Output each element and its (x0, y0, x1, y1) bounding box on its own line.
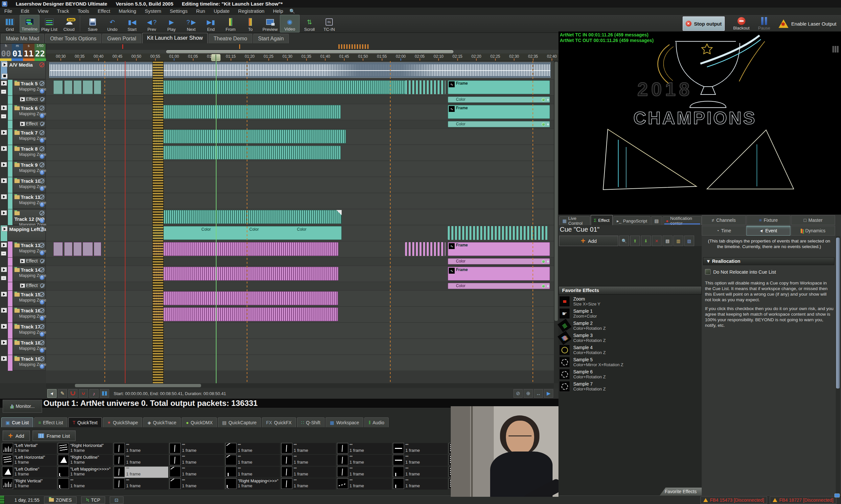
track-play-button[interactable] (1, 340, 7, 345)
pause-button[interactable]: Pause (758, 17, 770, 31)
zone-info-icon[interactable]: ! (40, 348, 44, 353)
video-button[interactable]: ◉Video (280, 15, 299, 33)
add-cue-button[interactable]: + Add (3, 431, 30, 441)
track-play-button[interactable] (1, 356, 7, 361)
striped-clip[interactable] (161, 210, 342, 224)
menu-update[interactable]: Update (209, 7, 234, 15)
bottom-tab-quicktrace[interactable]: ◈QuickTrace (143, 417, 181, 427)
favorite-effect-item[interactable]: Sample 6Color+Rotation Z (559, 368, 701, 380)
striped-clip[interactable] (153, 267, 338, 281)
track-header-box[interactable]: Track 7Mapping Zone 1! (13, 129, 46, 144)
track-disable-icon[interactable] (39, 308, 44, 313)
menu-tools[interactable]: Tools (73, 7, 93, 15)
timeline-ruler[interactable]: 00:3000:3500:4000:4500:5000:5501:0001:05… (46, 53, 559, 61)
grid-snap-button[interactable] (100, 389, 109, 398)
panel-tab-effect[interactable]: ΣEffect (591, 215, 613, 225)
frame-clip[interactable]: ∿Frame (448, 105, 550, 119)
to-button[interactable]: To (240, 15, 260, 33)
zone-info-icon[interactable]: ! (40, 154, 44, 159)
small-magnet-button[interactable] (79, 389, 88, 398)
cue-cell[interactable]: "Right Mapping<>>>"1 frame (225, 479, 280, 489)
timeline-tab-start-again[interactable]: Start Again (253, 34, 289, 43)
cue-cell[interactable]: ""1 frame (114, 479, 168, 489)
intro-clip[interactable] (83, 242, 93, 256)
cue-cell[interactable]: ""1 frame (337, 443, 392, 454)
blackout-button[interactable]: Blackout (733, 17, 750, 31)
from-button[interactable]: From (221, 15, 240, 33)
intro-clip[interactable] (54, 80, 63, 94)
track-disable-icon[interactable] (39, 195, 44, 199)
dashed-clip[interactable] (448, 226, 549, 240)
track-header-box[interactable]: Track 13Mapping Zone 2! (13, 241, 46, 257)
effect-disable-icon[interactable] (40, 97, 44, 102)
stop-output-button[interactable]: × Stop output (683, 16, 725, 31)
marker-cluster[interactable] (338, 44, 370, 49)
audio-waveform[interactable] (49, 62, 551, 78)
playhead-handle[interactable] (211, 54, 220, 61)
intro-clip[interactable] (54, 242, 63, 256)
frame-clip[interactable]: ∿Frame (448, 242, 550, 256)
select-tool-button[interactable]: ➤ (47, 389, 56, 398)
collapse-button[interactable]: – (1, 114, 6, 119)
follow-playhead-button[interactable]: ▶ (544, 389, 553, 398)
menu-track[interactable]: Track (53, 7, 73, 15)
reallocation-section-header[interactable]: ▼ Reallocation (703, 257, 835, 265)
fb4-status-2[interactable]: FB4 18727 [Disconnected] (770, 497, 836, 504)
panel-tab-live-control[interactable]: ▦Live Control (559, 216, 590, 225)
track-header-box[interactable]: Track 10Mapping Zone 1! (13, 177, 46, 193)
cue-cell[interactable]: ""1 frame (225, 455, 280, 466)
frame-clip[interactable]: ∿Frame (448, 267, 550, 281)
effect-disable-icon[interactable] (40, 122, 44, 126)
cue-cell[interactable]: ""1 frame (114, 443, 168, 454)
color-effect-clip[interactable]: Color (448, 283, 550, 289)
track-play-button[interactable] (1, 146, 7, 151)
menu-file[interactable]: File (0, 7, 16, 15)
track-disable-icon[interactable] (39, 146, 44, 151)
cue-cell[interactable]: "Right Horizontal"1 frame (58, 443, 113, 454)
track-header-box[interactable]: Track 6Mapping Zone 1! (13, 104, 46, 120)
prev-button[interactable]: ◀ ?Prev (142, 15, 161, 33)
end-button[interactable]: ▶▮End (201, 15, 221, 33)
bottom-tab-workspace[interactable]: ▦Workspace (326, 417, 363, 427)
menu-system[interactable]: System (141, 7, 166, 15)
track-play-button[interactable] (1, 130, 7, 135)
cue-cell[interactable]: ""1 frame (281, 467, 336, 478)
cue-cell[interactable]: ""1 frame (170, 479, 224, 489)
move-up-button[interactable]: ⬆ (630, 236, 640, 246)
timeline-tab-gwen-portal[interactable]: Gwen Portal (102, 34, 141, 43)
favorite-effect-item[interactable]: ZoomSize X+Size Y (559, 295, 701, 307)
tab-time[interactable]: ◔Time (702, 226, 746, 236)
effect-play-button[interactable] (20, 97, 25, 102)
folder-button[interactable]: ▥ (673, 236, 683, 246)
cue-cell[interactable]: ""1 frame (170, 467, 224, 478)
effect-keyframe-dot[interactable] (542, 285, 545, 288)
zoom-in-button[interactable]: ⊕ (524, 389, 533, 398)
grid-button[interactable]: Grid (0, 15, 20, 33)
menu-effect[interactable]: Effect (93, 7, 114, 15)
save-button[interactable]: ▧ (684, 236, 694, 246)
menu-marking[interactable]: Marking (114, 7, 140, 15)
track-disable-icon[interactable] (39, 162, 44, 167)
v-scroll-thumb[interactable] (554, 62, 558, 321)
track-disable-icon[interactable] (39, 179, 44, 183)
cue-cell[interactable]: ""1 frame (281, 479, 336, 489)
striped-clip[interactable] (153, 291, 338, 305)
effect-disable-icon[interactable] (40, 259, 44, 263)
zone-info-icon[interactable]: ! (40, 170, 44, 175)
add-effect-button[interactable]: + Add (559, 236, 618, 246)
zoom-out-button[interactable]: ⊘ (513, 389, 523, 398)
zones-button[interactable]: ZONES (44, 497, 76, 504)
save-button[interactable]: Save (83, 15, 103, 33)
effect-subtrack-header[interactable]: Effect (19, 121, 46, 128)
preview-grid-icon[interactable] (833, 46, 839, 53)
cue-cell[interactable]: ""1 frame (337, 467, 392, 478)
bottom-tab-q-shift[interactable]: ∷Q-Shift (297, 417, 325, 427)
zone-info-icon[interactable]: ! (40, 218, 44, 223)
timeline-tab-other-tools-options[interactable]: Other Tools Options (45, 34, 101, 43)
zone-info-icon[interactable]: ! (40, 186, 44, 191)
timeline-vertical-scrollbar[interactable] (554, 61, 559, 383)
menu-registration[interactable]: Registration (234, 7, 269, 15)
panel-tab-pangoscript[interactable]: ▸_PangoScript (613, 216, 650, 225)
bottom-tab-quickfx[interactable]: FXQuickFX (262, 417, 296, 427)
cue-cell[interactable]: ""1 frame (393, 479, 447, 489)
